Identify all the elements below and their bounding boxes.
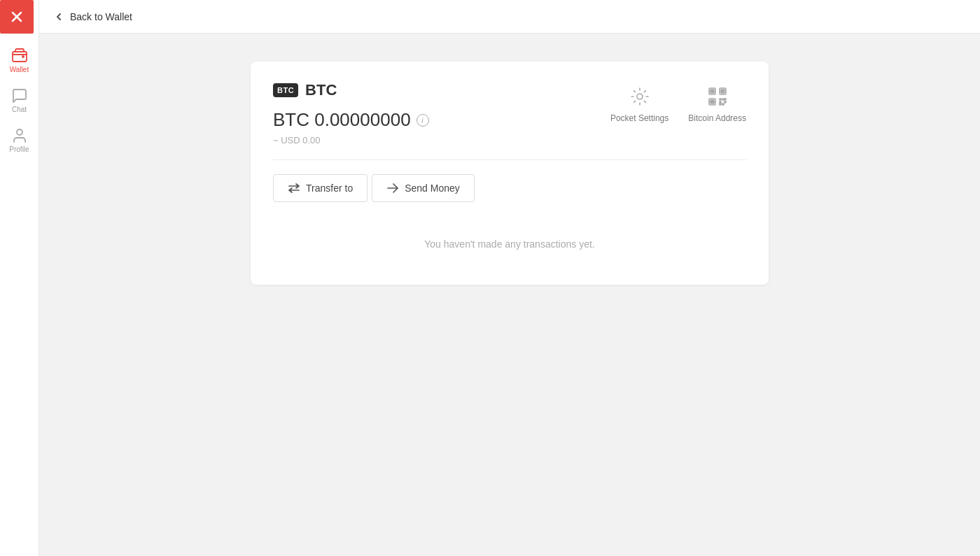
svg-rect-11 (720, 99, 721, 100)
wallet-card: BTC BTC BTC 0.00000000 i ~ USD 0.00 (251, 62, 769, 285)
balance-row: BTC 0.00000000 i (273, 109, 429, 131)
svg-rect-14 (724, 101, 726, 103)
send-icon (386, 182, 399, 194)
card-top: BTC BTC BTC 0.00000000 i ~ USD 0.00 (273, 81, 746, 145)
card-right: Pocket Settings (610, 84, 746, 123)
sidebar: Wallet Chat Profile (0, 0, 39, 556)
chat-icon (11, 87, 28, 104)
svg-rect-12 (722, 99, 724, 100)
profile-label: Profile (9, 145, 29, 153)
svg-rect-8 (721, 90, 724, 93)
svg-point-3 (17, 129, 22, 135)
wallet-label: Wallet (10, 66, 29, 73)
pocket-settings-button[interactable]: Pocket Settings (610, 84, 668, 123)
pocket-settings-label: Pocket Settings (610, 113, 668, 123)
svg-rect-17 (720, 104, 721, 105)
transfer-to-label: Transfer to (306, 183, 353, 194)
card-left: BTC BTC BTC 0.00000000 i ~ USD 0.00 (273, 81, 429, 145)
send-money-button[interactable]: Send Money (372, 174, 475, 202)
bitcoin-address-label: Bitcoin Address (688, 113, 746, 123)
svg-rect-13 (720, 101, 721, 103)
coin-name: BTC (305, 81, 337, 99)
coin-badge: BTC (273, 83, 298, 97)
svg-rect-16 (722, 104, 724, 105)
svg-rect-10 (710, 100, 714, 104)
back-arrow-icon[interactable] (53, 11, 64, 22)
usd-value: ~ USD 0.00 (273, 135, 429, 145)
balance-amount: BTC 0.00000000 (273, 109, 411, 131)
svg-rect-15 (724, 99, 726, 100)
card-divider (273, 159, 746, 160)
page-body: BTC BTC BTC 0.00000000 i ~ USD 0.00 (39, 34, 980, 556)
buttons-row: Transfer to Send Money (273, 174, 746, 202)
gear-icon (627, 84, 652, 109)
svg-rect-2 (13, 52, 27, 62)
back-label[interactable]: Back to Wallet (70, 11, 132, 22)
empty-state-text: You haven't made any transactions yet. (424, 238, 594, 250)
empty-state: You haven't made any transactions yet. (273, 224, 746, 257)
sidebar-item-chat[interactable]: Chat (1, 82, 38, 119)
close-button[interactable] (0, 0, 34, 34)
coin-title: BTC BTC (273, 81, 429, 99)
bitcoin-address-button[interactable]: Bitcoin Address (688, 84, 746, 123)
svg-point-4 (637, 94, 643, 99)
transfer-icon (288, 182, 300, 194)
svg-rect-6 (710, 90, 714, 93)
transfer-to-button[interactable]: Transfer to (273, 174, 368, 202)
send-money-label: Send Money (405, 183, 460, 194)
profile-icon (11, 127, 28, 144)
wallet-icon (11, 48, 28, 64)
chat-label: Chat (12, 106, 27, 113)
sidebar-item-wallet[interactable]: Wallet (1, 42, 38, 79)
qr-icon (705, 84, 730, 109)
info-icon[interactable]: i (416, 114, 429, 127)
sidebar-item-profile[interactable]: Profile (1, 122, 38, 159)
main-content: Back to Wallet BTC BTC BTC 0.00000000 i … (39, 0, 980, 556)
header: Back to Wallet (39, 0, 980, 34)
